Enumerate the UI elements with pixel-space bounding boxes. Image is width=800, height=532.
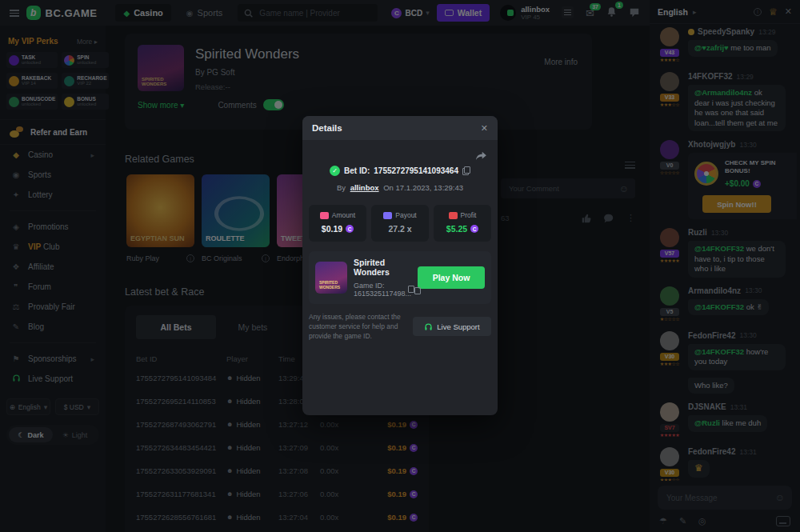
play-now-button[interactable]: Play Now [418, 266, 485, 289]
game-id: Game ID: 1615325117498... [354, 282, 411, 298]
modal-close-icon[interactable]: ✕ [481, 123, 488, 134]
stat-payout: Payout 27.2 x [371, 205, 429, 242]
bet-user-link[interactable]: allinbox [350, 183, 379, 192]
modal-title: Details [312, 123, 342, 133]
stat-amount: Amount $0.19C [309, 205, 366, 242]
bet-stats: Amount $0.19C Payout 27.2 x Profit $5.25… [309, 205, 491, 242]
bc-game-app: b BC.GAME ◆ Casino ◉ Sports C BCD ▾ Wall… [0, 0, 800, 532]
support-note: Any issues, please contact the customer … [309, 312, 406, 341]
profit-icon [449, 212, 458, 219]
bcd-coin-icon: C [346, 225, 354, 233]
success-check-icon: ✓ [330, 166, 340, 176]
bet-datetime: On 17.1.2023, 13:29:43 [383, 183, 463, 192]
bet-id-label: Bet ID: [344, 166, 370, 175]
live-support-button[interactable]: Live Support [413, 317, 491, 336]
payout-icon [383, 212, 392, 219]
modal-game-card: SPIRITED WONDERS Spirited Wonders Game I… [309, 251, 491, 304]
modal-game-name: Spirited Wonders [354, 258, 411, 277]
bcd-coin-icon: C [470, 225, 478, 233]
bet-id-value: 1755272795141093464 [374, 166, 458, 175]
game-thumbnail[interactable]: SPIRITED WONDERS [315, 262, 347, 294]
copy-icon[interactable] [462, 166, 470, 175]
amount-icon [320, 212, 329, 219]
bet-details-modal: Details ✕ ✓ Bet ID: 1755272795141093464 … [302, 116, 498, 415]
headset-icon [424, 322, 433, 331]
share-icon[interactable] [475, 150, 486, 164]
stat-profit: Profit $5.25C [434, 205, 491, 242]
